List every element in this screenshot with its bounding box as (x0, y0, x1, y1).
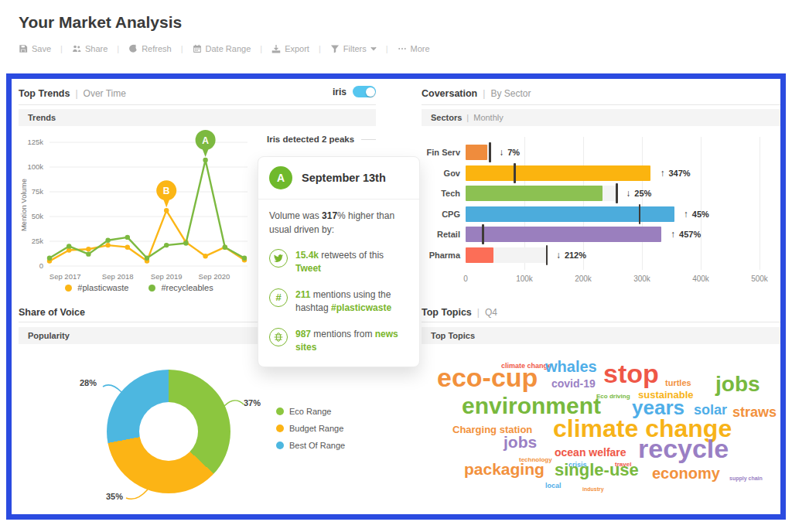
tooltip-item: 987 mentions from news sites (269, 328, 408, 355)
toolbar-refresh-button[interactable]: Refresh (128, 44, 172, 53)
tooltip-date: September 13th (302, 172, 386, 184)
peak-marker-label: B (163, 186, 170, 196)
tooltip-body: Volume was 317% higher than usual driven… (258, 200, 419, 367)
cloud-word: industry (582, 486, 604, 492)
toolbar-separator: | (179, 44, 186, 53)
conversation-header: Coversation | By Sector (422, 86, 780, 101)
data-point (203, 158, 207, 162)
cloud-word: recycle (638, 435, 729, 462)
toolbar-more-button[interactable]: More (398, 44, 430, 53)
legend-item: #recycleables (148, 283, 213, 292)
y-tick-label: 50k (32, 212, 44, 220)
toolbar-share-button[interactable]: Share (72, 44, 108, 53)
tooltip-item-text: 15.4k retweets of this Tweet (295, 249, 408, 276)
bar-label: Tech (422, 186, 460, 201)
benchmark-marker (616, 183, 618, 203)
change-percent: 347% (668, 169, 690, 178)
legend-dot (148, 285, 155, 292)
donut-callout: 28% (80, 378, 97, 387)
highlight-number: 317 (322, 210, 337, 221)
cloud-word: single-use (555, 462, 639, 479)
toolbar-export-button[interactable]: Export (271, 44, 309, 53)
bar-label: Pharma (422, 247, 460, 263)
bar (466, 206, 674, 222)
toolbar-separator: | (58, 44, 65, 53)
toolbar-date-range-button[interactable]: Date Range (193, 44, 251, 53)
x-tick-label: 200k (568, 275, 599, 283)
trends-panel-label: Trends (28, 113, 56, 122)
toolbar-refresh-label: Refresh (142, 44, 172, 53)
benchmark-marker (514, 163, 516, 183)
gridline (701, 137, 702, 270)
legend-dot (276, 425, 284, 432)
sectors-panel-bar: Sectors | Monthly (422, 109, 780, 126)
toolbar-share-label: Share (85, 44, 108, 53)
x-tick-label: 400k (685, 275, 716, 283)
popularity-legend: Eco RangeBudget RangeBest Of Range (276, 407, 345, 458)
toolbar-save-button[interactable]: Save (19, 44, 51, 53)
donut-callout: 35% (106, 492, 123, 501)
toggle-knob (366, 87, 375, 97)
top-topics-header: Top Topics | Q4 (422, 305, 780, 320)
tooltip-link[interactable]: Tweet (295, 263, 321, 274)
tooltip-link[interactable]: #plasticwaste (331, 302, 391, 313)
y-tick-label: 100k (27, 162, 43, 171)
y-tick-label: 0 (39, 261, 43, 270)
legend-label: Best Of Range (289, 441, 345, 450)
toolbar-filters-button[interactable]: Filters (330, 44, 377, 53)
bar-label: Fin Serv (422, 145, 460, 160)
tooltip-items: 15.4k retweets of this Tweet#211 mention… (269, 249, 408, 354)
y-tick-label: 125k (27, 138, 43, 146)
legend-label: #recycleables (161, 283, 213, 292)
tooltip-header: A September 13th (258, 157, 419, 200)
bar-label: CPG (422, 206, 460, 222)
divider (19, 104, 376, 105)
trends-legend: #plasticwaste#recycleables (19, 283, 260, 292)
x-tick-label: Sep 2017 (50, 272, 81, 281)
data-point (183, 240, 188, 245)
topics-word-cloud: climate changewhaleseco-cupcovid-19stopt… (422, 348, 780, 512)
x-tick-label: 100k (509, 275, 540, 283)
change-label: ↑347% (660, 165, 690, 181)
iris-toggle[interactable] (353, 86, 376, 97)
data-point (125, 244, 130, 249)
cloud-word: straws (732, 405, 777, 419)
conversation-subtitle: By Sector (490, 88, 531, 99)
x-tick-label: Sep 2019 (151, 272, 183, 281)
donut-callout: 37% (244, 398, 261, 408)
tooltip-text: 211 (295, 289, 310, 300)
cloud-word: whales (545, 359, 597, 374)
cloud-word: Eco driving (596, 394, 630, 400)
cloud-word: economy (652, 466, 720, 481)
change-label: ↑457% (671, 227, 701, 242)
cloud-word: packaging (464, 461, 544, 477)
panel-separator: | (466, 113, 469, 122)
top-topics-panel-bar: Top Topics (422, 327, 780, 344)
filter-icon (330, 44, 340, 53)
toolbar-save-label: Save (32, 44, 51, 53)
data-point (164, 208, 169, 213)
data-point (145, 256, 149, 261)
cloud-word: jobs (715, 373, 760, 395)
bar (466, 186, 603, 201)
series-line (50, 160, 244, 258)
data-point (203, 254, 207, 258)
top-trends-title: Top Trends (19, 88, 70, 99)
change-label: ↓212% (556, 247, 586, 263)
data-point (164, 243, 169, 247)
x-tick-label: 300k (626, 275, 657, 283)
x-tick-label: 0 (450, 275, 481, 283)
intro-text: Volume was (269, 210, 322, 221)
peak-marker-label: A (202, 135, 209, 146)
tooltip-text: 987 (295, 329, 311, 339)
callout-connector (103, 385, 121, 392)
bar (466, 247, 493, 263)
legend-item: Best Of Range (276, 441, 345, 450)
tooltip-intro: Volume was 317% higher than usual driven… (269, 209, 408, 237)
share-of-voice-title: Share of Voice (19, 307, 85, 318)
y-tick-label: 75k (32, 187, 44, 196)
data-point (47, 256, 52, 261)
arrow-up-icon: ↑ (684, 209, 688, 220)
legend-dot (65, 285, 72, 292)
y-axis-label: Mention Volume (19, 179, 28, 231)
